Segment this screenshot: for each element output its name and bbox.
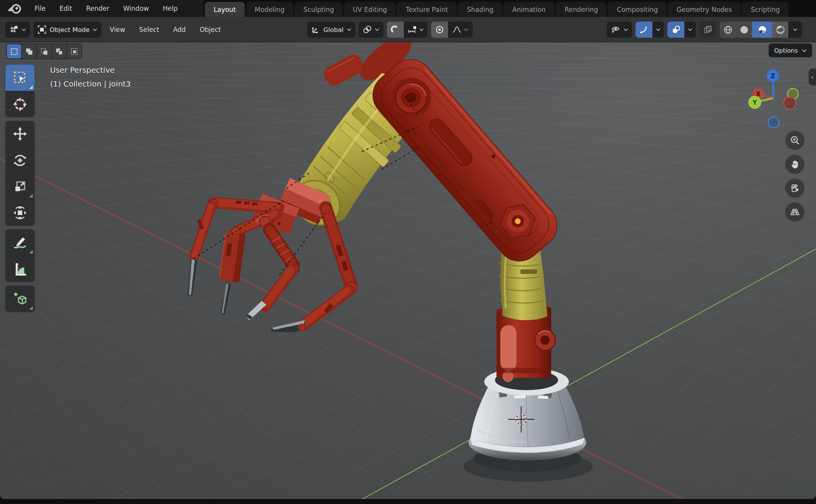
object-mode-icon: [37, 25, 47, 34]
tool-cursor[interactable]: [5, 91, 35, 117]
svg-text:Z: Z: [771, 72, 775, 80]
sidebar-toggle-tab[interactable]: ‹: [809, 68, 816, 85]
gizmo-icon: [639, 25, 649, 34]
falloff-curve-icon: [452, 25, 462, 34]
active-object-label: (1) Collection | joint3: [50, 77, 131, 91]
menu-window[interactable]: Window: [117, 3, 155, 14]
select-mode-extend[interactable]: [22, 44, 36, 58]
viewport-overlay-text: User Perspective (1) Collection | joint3: [50, 63, 131, 91]
perspective-toggle-button[interactable]: [785, 202, 804, 222]
tab-geometry-nodes[interactable]: Geometry Nodes: [668, 2, 741, 17]
gizmo-axis-neg-x[interactable]: [784, 97, 796, 109]
header-menu-view[interactable]: View: [105, 23, 130, 36]
tool-measure[interactable]: [5, 255, 35, 282]
overlays-dropdown[interactable]: [684, 22, 696, 38]
tab-rendering[interactable]: Rendering: [556, 2, 607, 17]
tool-transform[interactable]: [5, 199, 35, 225]
toggle-xray[interactable]: [699, 22, 716, 38]
proportional-editing-toggle[interactable]: [431, 22, 448, 38]
material-sphere-icon: [757, 25, 767, 35]
select-mode-invert[interactable]: [52, 44, 66, 58]
shading-material-button[interactable]: [752, 22, 772, 38]
eye-cursor-icon: [610, 25, 620, 34]
shading-rendered-button[interactable]: [772, 22, 788, 38]
header-menu-add[interactable]: Add: [168, 23, 191, 36]
show-gizmo-toggle[interactable]: [635, 22, 652, 38]
toolbar: [5, 65, 35, 312]
tab-scripting[interactable]: Scripting: [742, 2, 789, 17]
select-subtract-icon: [40, 47, 48, 56]
mode-selector[interactable]: Object Mode: [33, 22, 101, 38]
chevron-down-icon: [22, 28, 26, 31]
3d-viewport[interactable]: Options User Perspective (1) Collection …: [0, 42, 816, 499]
nav-gizmo[interactable]: Z X Y: [741, 62, 810, 131]
snap-with-dropdown[interactable]: [404, 22, 428, 38]
tool-add-cube[interactable]: [5, 285, 35, 312]
chevron-down-icon: [464, 28, 468, 31]
chevron-down-icon: [375, 28, 380, 31]
header-menu-object[interactable]: Object: [195, 23, 226, 36]
scene-canvas[interactable]: [0, 42, 816, 499]
snap-toggle[interactable]: [387, 22, 404, 38]
pan-button[interactable]: [785, 155, 804, 174]
overlays-icon: [671, 25, 681, 34]
tab-texture-paint[interactable]: Texture Paint: [397, 2, 457, 17]
chevron-down-icon: [93, 28, 97, 31]
select-mode-group: [6, 43, 82, 59]
viewport-editor-icon: [9, 25, 18, 34]
tool-rotate[interactable]: [5, 147, 35, 173]
transform-icon: [12, 205, 28, 220]
zoom-button[interactable]: [785, 131, 804, 150]
shading-solid-button[interactable]: [736, 22, 752, 38]
tab-sculpting[interactable]: Sculpting: [294, 2, 343, 17]
transform-orientation-dropdown[interactable]: Global: [307, 22, 355, 38]
camera-view-button[interactable]: [785, 179, 804, 198]
chevron-down-icon: [688, 28, 692, 31]
measure-icon: [12, 261, 28, 277]
chevron-down-icon: [419, 28, 424, 31]
tab-shading[interactable]: Shading: [458, 2, 502, 17]
gizmo-axis-neg-z[interactable]: [768, 117, 779, 128]
select-mode-intersect[interactable]: [67, 44, 81, 58]
show-overlays-toggle[interactable]: [667, 22, 684, 38]
proportional-falloff-dropdown[interactable]: [448, 22, 473, 38]
gizmo-dropdown[interactable]: [652, 22, 664, 38]
header-menu-select[interactable]: Select: [134, 23, 164, 36]
shading-dropdown[interactable]: [788, 22, 802, 38]
tool-scale[interactable]: [5, 173, 35, 199]
shading-wireframe-button[interactable]: [720, 22, 736, 38]
status-bar: [0, 499, 816, 504]
scale-icon: [12, 179, 28, 194]
menu-edit[interactable]: Edit: [53, 3, 78, 14]
editor-type-button[interactable]: [5, 22, 30, 38]
menu-help[interactable]: Help: [157, 3, 184, 14]
gizmo-axis-z[interactable]: Z: [767, 70, 779, 82]
tab-animation[interactable]: Animation: [503, 2, 555, 17]
xray-icon: [703, 25, 712, 34]
tool-move[interactable]: [5, 121, 35, 147]
gizmo-axis-y[interactable]: Y: [748, 96, 761, 109]
topbar: FileEditRenderWindowHelp LayoutModelingS…: [0, 0, 816, 17]
pivot-point-dropdown[interactable]: [359, 22, 383, 38]
snap-increments-icon: [407, 25, 417, 34]
tab-modeling[interactable]: Modeling: [246, 2, 293, 17]
options-button[interactable]: Options: [769, 43, 812, 57]
hand-icon: [790, 159, 800, 169]
menu-file[interactable]: File: [28, 3, 52, 14]
tab-layout[interactable]: Layout: [205, 2, 245, 17]
chevron-down-icon: [624, 28, 628, 31]
select-box-icon: [12, 70, 28, 85]
select-mode-set[interactable]: [7, 44, 21, 58]
tab-compositing[interactable]: Compositing: [608, 2, 667, 17]
tool-annotate[interactable]: [5, 229, 35, 255]
tool-select-box[interactable]: [5, 65, 35, 91]
header-menus: ViewSelectAddObject: [105, 23, 226, 36]
annotate-icon: [12, 235, 28, 250]
menu-render[interactable]: Render: [80, 3, 115, 14]
tab-uv-editing[interactable]: UV Editing: [344, 2, 396, 17]
select-mode-subtract[interactable]: [37, 44, 51, 58]
select-intersect-icon: [70, 47, 79, 56]
wireframe-sphere-icon: [723, 25, 733, 35]
3d-cursor-icon: [12, 97, 28, 112]
visibility-dropdown[interactable]: [607, 22, 632, 38]
